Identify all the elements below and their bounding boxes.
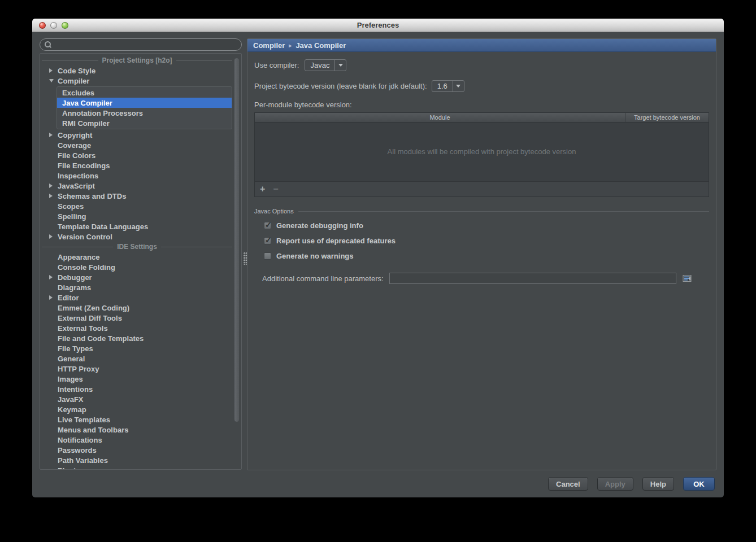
sidebar-item[interactable]: External Diff Tools [40, 313, 241, 323]
column-header-module: Module [255, 113, 625, 122]
tree-expand-arrow-icon[interactable] [49, 79, 54, 82]
bytecode-version-label: Project bytecode version (leave blank fo… [254, 82, 427, 90]
sidebar-item[interactable]: Editor [40, 292, 241, 303]
tree-expand-arrow-icon[interactable] [49, 133, 53, 137]
dialog-button[interactable]: Cancel [548, 477, 588, 491]
java-compiler-panel: Compiler ▸ Java Compiler Use compiler: J… [247, 38, 716, 470]
sidebar-item[interactable]: Appearance [40, 252, 241, 262]
sidebar-item[interactable]: Version Control [40, 231, 241, 242]
sidebar-item[interactable]: Java Compiler [57, 98, 232, 108]
table-toolbar: + − [255, 181, 709, 196]
project-settings-header: Project Settings [h2o] [40, 55, 241, 65]
sidebar-item-label: Coverage [58, 141, 91, 150]
javac-options-title: Javac Options [254, 208, 294, 215]
sidebar-item[interactable]: File Types [40, 343, 241, 353]
sidebar-item-label: Path Variables [58, 456, 108, 465]
sidebar-item[interactable]: Code Style [40, 65, 241, 76]
sidebar-item[interactable]: Live Templates [40, 414, 241, 425]
separator-line [298, 211, 709, 212]
sidebar-item[interactable]: RMI Compiler [57, 118, 232, 128]
checkbox[interactable] [264, 252, 271, 260]
tree-expand-arrow-icon[interactable] [49, 194, 53, 198]
dialog-button[interactable]: Help [642, 477, 674, 491]
project-settings-header-label: Project Settings [h2o] [102, 56, 172, 64]
sidebar-item[interactable]: File Colors [40, 150, 241, 160]
tree-expand-arrow-icon[interactable] [49, 295, 53, 300]
ide-settings-header-label: IDE Settings [117, 243, 157, 251]
javac-options-section-header: Javac Options [254, 208, 709, 215]
tree-section-top: Code Style Compiler [40, 65, 241, 86]
tree-expand-arrow-icon[interactable] [49, 275, 53, 279]
sidebar-item[interactable]: Emmet (Zen Coding) [40, 303, 241, 313]
checkbox-row[interactable]: Generate no warnings [264, 252, 709, 260]
sidebar-item[interactable]: HTTP Proxy [40, 364, 241, 374]
chevron-down-icon[interactable] [335, 60, 346, 71]
chevron-down-icon[interactable] [453, 81, 464, 91]
sidebar-item[interactable]: Menus and Toolbars [40, 425, 241, 435]
sidebar-item[interactable]: Console Folding [40, 262, 241, 272]
sidebar-item[interactable]: Excludes [57, 88, 232, 98]
per-module-label: Per-module bytecode version: [254, 100, 709, 109]
sidebar-item[interactable]: File Encodings [40, 160, 241, 171]
sidebar-item-label: Version Control [58, 233, 112, 241]
sidebar-item[interactable]: Notifications [40, 435, 241, 445]
sidebar-item[interactable]: JavaFX [40, 394, 241, 404]
minimize-button [50, 22, 57, 29]
search-input[interactable] [55, 41, 237, 49]
sidebar-item[interactable]: Coverage [40, 140, 241, 150]
sidebar-item[interactable]: Intentions [40, 384, 241, 394]
bytecode-version-dropdown[interactable]: 1.6 [432, 80, 464, 92]
sidebar-item[interactable]: Template Data Languages [40, 221, 241, 231]
sidebar-item[interactable]: External Tools [40, 323, 241, 333]
sidebar-item[interactable]: Passwords [40, 445, 241, 455]
sidebar-item[interactable]: Schemas and DTDs [40, 191, 241, 201]
sidebar-item[interactable]: Copyright [40, 130, 241, 140]
sidebar-item[interactable]: File and Code Templates [40, 333, 241, 343]
sidebar-item[interactable]: Path Variables [40, 455, 241, 465]
tree-scrollbar-thumb[interactable] [234, 58, 240, 422]
additional-params-input[interactable] [389, 273, 676, 284]
sidebar-item-label: Schemas and DTDs [58, 192, 126, 200]
sidebar-item[interactable]: Keymap [40, 404, 241, 414]
sidebar-item[interactable]: Compiler [40, 76, 241, 86]
remove-icon: − [273, 184, 278, 194]
sidebar-item[interactable]: Annotation Processors [57, 108, 232, 118]
tree-expand-arrow-icon[interactable] [49, 234, 53, 239]
sidebar-item-label: Plugins [58, 466, 84, 470]
close-button[interactable] [39, 22, 46, 29]
sidebar-item-label: Keymap [58, 405, 86, 414]
sidebar-item[interactable]: General [40, 353, 241, 364]
sidebar-item-label: Passwords [58, 446, 97, 454]
checkbox-row[interactable]: Report use of deprecated features [264, 237, 709, 245]
zoom-button[interactable] [62, 22, 68, 29]
title-bar[interactable]: Preferences [32, 19, 724, 32]
sidebar-item[interactable]: Diagrams [40, 282, 241, 292]
tree-expand-arrow-icon[interactable] [49, 68, 53, 73]
tree-expand-arrow-icon[interactable] [49, 183, 53, 188]
checkbox-row[interactable]: Generate debugging info [264, 221, 709, 230]
checkbox[interactable] [264, 222, 271, 229]
sidebar-item-label: External Diff Tools [58, 314, 122, 322]
panel-body: Use compiler: Javac Project bytecode ver… [247, 59, 716, 284]
sidebar-item[interactable]: Inspections [40, 171, 241, 181]
settings-search-box[interactable] [40, 38, 242, 51]
use-compiler-dropdown[interactable]: Javac [305, 59, 346, 71]
expand-editor-icon[interactable] [682, 273, 692, 283]
sidebar-item[interactable]: Plugins [40, 465, 241, 470]
checkbox[interactable] [264, 237, 271, 244]
dialog-button[interactable]: OK [683, 477, 715, 491]
preferences-window: Preferences Project Settings [h2o] Code … [32, 19, 724, 497]
sidebar-item[interactable]: JavaScript [40, 181, 241, 191]
sidebar-item-label: Images [58, 375, 83, 383]
add-icon[interactable]: + [260, 184, 265, 194]
sidebar-item-label: Editor [58, 294, 79, 302]
sidebar-item[interactable]: Scopes [40, 201, 241, 211]
sidebar-item[interactable]: Images [40, 374, 241, 384]
sidebar-item[interactable]: Debugger [40, 272, 241, 282]
sidebar-item-label: External Tools [58, 324, 108, 333]
dialog-button[interactable]: Apply [597, 477, 633, 491]
checkbox-label: Generate no warnings [276, 252, 354, 260]
sidebar-item[interactable]: Spelling [40, 211, 241, 221]
bytecode-version-row: Project bytecode version (leave blank fo… [254, 80, 709, 92]
sidebar-item-label: Diagrams [58, 283, 91, 292]
